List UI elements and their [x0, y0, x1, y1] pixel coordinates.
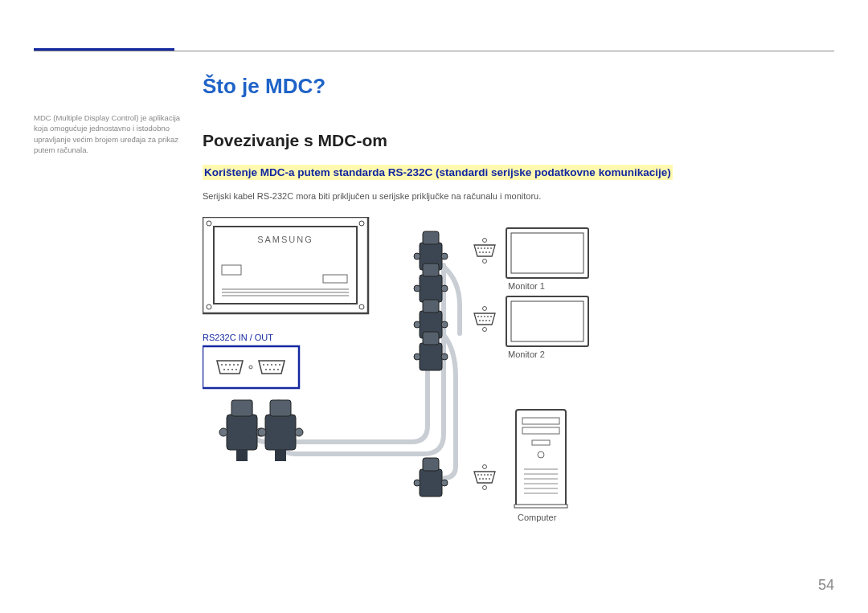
- svg-point-15: [233, 364, 235, 366]
- svg-point-96: [489, 478, 490, 480]
- section-heading: Povezivanje s MDC-om: [203, 131, 834, 150]
- svg-rect-83: [420, 469, 442, 497]
- svg-rect-46: [423, 264, 439, 276]
- svg-point-97: [483, 486, 487, 490]
- svg-point-52: [484, 247, 485, 249]
- svg-point-58: [489, 251, 490, 253]
- svg-point-43: [414, 253, 420, 260]
- svg-point-2: [207, 221, 211, 226]
- svg-point-27: [265, 369, 267, 370]
- svg-rect-36: [265, 415, 296, 450]
- svg-rect-45: [420, 275, 442, 302]
- svg-point-30: [277, 369, 279, 370]
- svg-point-53: [487, 247, 489, 249]
- svg-point-85: [414, 480, 420, 486]
- svg-point-38: [258, 428, 266, 436]
- svg-point-88: [477, 474, 479, 476]
- svg-rect-35: [236, 450, 248, 461]
- svg-point-54: [490, 247, 492, 249]
- svg-point-49: [483, 239, 487, 243]
- header-rule: [34, 51, 834, 51]
- monitor-back-panel: SAMSUNG: [203, 217, 368, 313]
- svg-point-20: [235, 369, 237, 370]
- svg-point-71: [477, 316, 479, 317]
- svg-point-47: [414, 285, 420, 292]
- page-number: 54: [818, 577, 834, 594]
- svg-point-51: [481, 247, 482, 249]
- svg-point-28: [269, 369, 271, 370]
- svg-point-89: [481, 474, 482, 476]
- svg-rect-66: [420, 343, 442, 370]
- svg-point-93: [479, 478, 481, 480]
- svg-point-56: [482, 251, 484, 253]
- svg-rect-67: [423, 332, 439, 345]
- svg-point-75: [490, 316, 492, 317]
- serial-port-1: [474, 239, 495, 264]
- svg-point-80: [483, 328, 487, 332]
- svg-rect-61: [511, 233, 583, 273]
- svg-rect-32: [231, 400, 252, 416]
- svg-point-55: [479, 251, 481, 253]
- svg-point-44: [441, 253, 448, 260]
- svg-point-78: [485, 320, 487, 321]
- svg-rect-63: [423, 300, 439, 313]
- monitor-1-icon: [506, 228, 588, 278]
- svg-point-72: [481, 316, 482, 317]
- svg-point-79: [489, 320, 490, 321]
- svg-point-23: [267, 364, 268, 366]
- svg-rect-37: [270, 400, 291, 416]
- svg-point-70: [483, 307, 487, 311]
- svg-point-33: [219, 428, 227, 436]
- svg-point-86: [441, 480, 448, 486]
- svg-point-76: [479, 320, 481, 321]
- serial-port-3: [474, 465, 495, 490]
- svg-point-87: [483, 465, 487, 469]
- serial-port-2: [474, 307, 495, 332]
- svg-point-39: [295, 428, 303, 436]
- body-text: Serijski kabel RS-232C mora biti priklju…: [203, 191, 834, 201]
- subsection-highlight: Korištenje MDC-a putem standarda RS-232C…: [203, 165, 673, 180]
- svg-point-57: [485, 251, 487, 253]
- page-title: Što je MDC?: [203, 74, 834, 99]
- svg-point-3: [359, 221, 364, 226]
- svg-rect-84: [423, 458, 439, 471]
- svg-point-64: [414, 321, 420, 328]
- svg-point-59: [483, 260, 487, 264]
- svg-point-24: [271, 364, 272, 366]
- svg-point-26: [279, 364, 280, 366]
- svg-rect-40: [275, 450, 286, 461]
- monitor-2-label: Monitor 2: [508, 349, 545, 359]
- svg-point-5: [359, 304, 364, 309]
- svg-point-22: [263, 364, 264, 366]
- svg-point-92: [490, 474, 492, 476]
- svg-point-29: [273, 369, 275, 370]
- rs232c-port-box: [203, 346, 299, 388]
- svg-rect-82: [511, 301, 583, 341]
- svg-point-25: [275, 364, 276, 366]
- sidebar-note: MDC (Multiple Display Control) je aplika…: [34, 112, 182, 155]
- svg-point-95: [485, 478, 487, 480]
- svg-point-77: [482, 320, 484, 321]
- svg-point-91: [487, 474, 489, 476]
- svg-point-74: [487, 316, 489, 317]
- monitor-2-icon: [506, 296, 588, 346]
- svg-point-14: [229, 364, 231, 366]
- svg-point-16: [237, 364, 239, 366]
- connection-diagram: SAMSUNG: [203, 217, 653, 554]
- svg-point-94: [482, 478, 484, 480]
- svg-point-12: [221, 364, 223, 366]
- brand-text: SAMSUNG: [257, 235, 313, 244]
- svg-point-65: [441, 321, 448, 328]
- svg-point-90: [484, 474, 485, 476]
- svg-point-68: [414, 353, 420, 360]
- svg-rect-11: [203, 346, 299, 388]
- svg-point-19: [231, 369, 233, 370]
- svg-rect-31: [227, 415, 257, 450]
- rs232c-port-label: RS232C IN / OUT: [203, 333, 273, 342]
- svg-rect-109: [514, 505, 567, 508]
- svg-point-48: [441, 285, 448, 292]
- computer-label: Computer: [518, 513, 556, 522]
- svg-point-17: [223, 369, 225, 370]
- computer-tower-icon: [514, 410, 567, 508]
- main-content: Što je MDC? Povezivanje s MDC-om Korište…: [203, 74, 834, 554]
